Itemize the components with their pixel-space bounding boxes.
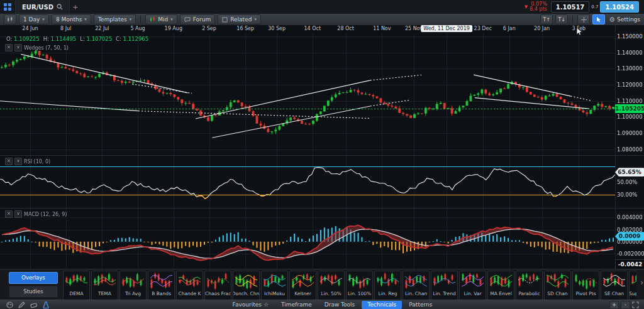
close-icon[interactable]: × bbox=[5, 158, 13, 165]
indicator-thumb-pivot-pts[interactable]: Pivot Pts bbox=[572, 271, 599, 300]
text-size-up-button[interactable]: T↑ bbox=[540, 14, 553, 24]
chart-type-icon[interactable] bbox=[4, 14, 16, 24]
divider bbox=[572, 16, 573, 23]
indicator-thumb-canvas bbox=[404, 271, 428, 290]
close-icon[interactable]: × bbox=[5, 44, 13, 52]
indicator-thumb-keltner[interactable]: Keltner bbox=[289, 271, 316, 300]
close-icon[interactable]: × bbox=[5, 210, 13, 218]
related-dropdown[interactable]: Related▾ bbox=[218, 14, 261, 24]
duration-label: 8 Months bbox=[56, 16, 82, 23]
indicator-thumb-parabolic[interactable]: Parabolic bbox=[516, 271, 543, 300]
price-chart-canvas[interactable] bbox=[0, 33, 615, 156]
bottom-tab-timeframe[interactable]: Timeframe bbox=[275, 301, 318, 309]
indicator-thumb-dema[interactable]: DEMA bbox=[63, 271, 90, 300]
indicator-thumb-label: Lin. 50% bbox=[321, 290, 341, 297]
collapse-icon[interactable]: ∨ bbox=[14, 44, 22, 52]
bottom-tab-label: Patterns bbox=[409, 301, 432, 309]
symbol-label: EUR/USD bbox=[22, 4, 53, 11]
divider bbox=[140, 16, 141, 23]
indicator-thumb-label: DEMA bbox=[69, 290, 83, 297]
indicator-thumb-se-chan[interactable]: SE Chan bbox=[601, 271, 628, 300]
expand-icon[interactable] bbox=[632, 301, 639, 308]
zoom-in-button[interactable]: + bbox=[609, 301, 619, 309]
forum-label: Forum bbox=[193, 16, 211, 23]
indicator-thumb-lin-100-[interactable]: Lin. 100% bbox=[346, 271, 373, 300]
candle-icon bbox=[150, 16, 155, 23]
indicator-thumb-ichimoku[interactable]: IchiMoku bbox=[261, 271, 288, 300]
open-value: 1.109225 bbox=[14, 36, 40, 42]
indicator-thumb-canvas bbox=[460, 271, 485, 290]
top-bar: EUR/USD + ▼ 0.07% 8.4 pts 1.10517 0.7 1.… bbox=[0, 0, 644, 14]
rsi-chart-canvas[interactable] bbox=[0, 156, 615, 209]
indicator-thumb-canvas bbox=[545, 271, 570, 290]
indicator-thumb-canvas bbox=[574, 271, 598, 290]
panel-divider[interactable] bbox=[0, 155, 644, 156]
indicator-thumb-canvas bbox=[517, 271, 541, 290]
text-size-down-button[interactable]: T↓ bbox=[555, 14, 568, 24]
studies-tab-overlays[interactable]: Overlays bbox=[9, 272, 58, 284]
templates-dropdown[interactable]: Templates▾ bbox=[94, 14, 136, 24]
settings-button[interactable]: ⚙ Settings bbox=[609, 16, 640, 24]
indicator-thumb-chaos-frac[interactable]: Chaos Frac bbox=[204, 271, 231, 300]
indicator-thumb-lin-trend[interactable]: Lin. Trend bbox=[431, 271, 458, 300]
period-dropdown[interactable]: 1 Day▾ bbox=[19, 14, 49, 24]
date-tick: 24 Jun bbox=[22, 26, 38, 31]
indicator-thumb-canvas bbox=[64, 271, 89, 290]
indicator-thumb-lin-reg[interactable]: Lin. Reg bbox=[374, 271, 401, 300]
indicator-thumb-canvas bbox=[92, 271, 117, 290]
buy-price-button[interactable]: 1.10524 bbox=[600, 1, 639, 13]
date-axis[interactable]: 24 Jun8 Jul22 Jul5 Aug19 Aug2 Sep16 Sep3… bbox=[0, 25, 615, 33]
bottom-tab-label: Timeframe bbox=[281, 301, 312, 309]
macd-axis-label: -0.002000 bbox=[617, 251, 644, 257]
studies-tab-studies[interactable]: Studies bbox=[9, 286, 58, 298]
indicator-thumb-lin-var[interactable]: Lin. Var bbox=[459, 271, 486, 300]
symbol-tab[interactable]: EUR/USD bbox=[15, 0, 70, 14]
flask-icon[interactable] bbox=[43, 301, 49, 308]
related-icon bbox=[222, 17, 228, 23]
indicator-thumb-ma-envel[interactable]: MA Envel bbox=[487, 271, 514, 300]
bottom-tab-patterns[interactable]: Patterns bbox=[403, 301, 438, 309]
collapse-icon[interactable]: ∨ bbox=[14, 158, 22, 165]
indicator-thumb-canvas bbox=[602, 271, 626, 290]
sell-price-button[interactable]: 1.10517 bbox=[551, 1, 590, 13]
trading-platform-window: EUR/USD + ▼ 0.07% 8.4 pts 1.10517 0.7 1.… bbox=[0, 0, 644, 309]
date-tick: 25 Nov bbox=[405, 26, 423, 31]
collapse-icon[interactable]: ∨ bbox=[14, 210, 22, 218]
price-axis-label: 1.150000 bbox=[617, 33, 643, 40]
eraser-icon[interactable] bbox=[30, 302, 38, 308]
add-tab-button[interactable]: + bbox=[70, 3, 81, 11]
indicator-thumb-chande-k[interactable]: Chande K bbox=[176, 271, 203, 300]
draw-tool-icons bbox=[0, 301, 55, 308]
indicator-thumb-canvas bbox=[319, 271, 343, 290]
duration-dropdown[interactable]: 8 Months▾ bbox=[52, 14, 91, 24]
indicator-thumb-lin-50-[interactable]: Lin. 50% bbox=[318, 271, 345, 300]
pencil-icon[interactable] bbox=[18, 301, 25, 308]
palette-icon[interactable] bbox=[6, 301, 13, 308]
indicator-thumb-sd-chan[interactable]: SD Chan bbox=[544, 271, 571, 300]
indicator-thumb-tri-avg[interactable]: Tri Avg bbox=[119, 271, 147, 300]
scroll-right-icon[interactable]: › bbox=[640, 278, 643, 287]
chevron-down-icon: ▾ bbox=[42, 17, 45, 22]
forum-button[interactable]: Forum bbox=[180, 14, 216, 24]
indicator-thumb-supertrend[interactable]: SuperTrend bbox=[629, 271, 636, 300]
crosshair-tool-button[interactable] bbox=[577, 14, 590, 24]
apps-grid-icon[interactable] bbox=[4, 3, 11, 11]
indicator-thumb-canvas bbox=[489, 271, 513, 290]
bottom-tab-draw-tools[interactable]: Draw Tools bbox=[319, 301, 361, 309]
indicator-thumb-b-bands[interactable]: B Bands bbox=[148, 271, 175, 300]
bottom-tab-favourites[interactable]: Favourites☆ bbox=[227, 301, 274, 309]
indicator-thumb-donch-chnl[interactable]: Donch. Chnl bbox=[233, 271, 260, 300]
pointer-tool-button[interactable] bbox=[592, 14, 605, 24]
period-label: 1 Day bbox=[23, 16, 40, 23]
panel-divider[interactable] bbox=[0, 208, 644, 209]
search-icon[interactable] bbox=[57, 4, 63, 10]
indicator-thumb-tema[interactable]: TEMA bbox=[91, 271, 118, 300]
price-style-dropdown[interactable]: Mid▾ bbox=[145, 14, 177, 24]
indicator-thumb-lin-chan[interactable]: Lin. Chan bbox=[402, 271, 430, 300]
rsi-axis-label: 30.00% bbox=[617, 192, 637, 198]
macd-value-badge: -0.0042 bbox=[615, 259, 644, 269]
bottom-tab-technicals[interactable]: Technicals bbox=[362, 301, 402, 309]
date-tick: 19 Aug bbox=[165, 26, 182, 31]
zoom-out-button[interactable]: - bbox=[621, 301, 630, 309]
macd-chart-canvas[interactable] bbox=[0, 209, 615, 269]
